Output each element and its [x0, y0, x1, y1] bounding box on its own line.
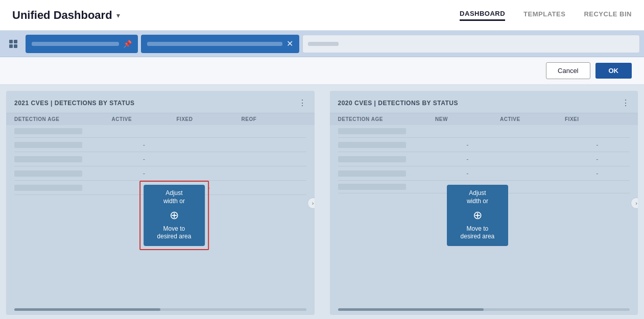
tab-templates[interactable]: TEMPLATES [523, 10, 565, 20]
pill2-bar [147, 42, 282, 46]
toolbar: 📌 ✕ [0, 31, 644, 57]
row-cell-dash: - [112, 155, 177, 163]
table-row: - - [338, 166, 630, 181]
scrollbar-thumb-right [338, 308, 484, 311]
ok-button[interactable]: OK [595, 63, 632, 79]
table-row: - - [338, 138, 630, 152]
panel-left-scrollbar [6, 305, 315, 315]
adjust-text-right2: Move todesired area [461, 225, 495, 241]
panel-right-menu-icon[interactable]: ⋮ [622, 98, 630, 108]
svg-rect-2 [9, 44, 13, 48]
row-cell [338, 184, 406, 190]
top-nav: Unified Dashboard ▾ DASHBOARD TEMPLATES … [0, 0, 644, 31]
row-cell [14, 185, 82, 191]
pin-icon: 📌 [123, 40, 132, 48]
cancel-button[interactable]: Cancel [546, 62, 590, 79]
col-reof-left: REOF [242, 116, 306, 122]
panel-left-menu-icon[interactable]: ⋮ [298, 98, 306, 108]
toolbar-search[interactable] [302, 35, 640, 53]
panel-left-table-body: - - - - [6, 125, 315, 305]
svg-rect-3 [14, 44, 17, 48]
tab-dashboard[interactable]: DASHBOARD [460, 10, 505, 21]
row-cell [14, 170, 82, 177]
col-active-right: ACTIVE [500, 116, 565, 122]
table-row [338, 125, 630, 138]
col-detection-age-right: DETECTION AGE [338, 116, 436, 122]
panel-divider [321, 85, 324, 319]
main-content: 2021 CVES | DETECTIONS BY STATUS ⋮ DETEC… [0, 85, 644, 319]
nav-right: DASHBOARD TEMPLATES RECYCLE BIN [460, 10, 632, 21]
table-row: - [14, 152, 306, 166]
nav-left: Unified Dashboard ▾ [12, 9, 120, 22]
adjust-widget-left[interactable]: Adjustwidth or ⊕ Move todesired area [144, 185, 205, 246]
row-cell-dash: - [565, 169, 630, 177]
row-cell [338, 170, 406, 177]
row-cell [14, 128, 82, 134]
table-row: - [14, 166, 306, 181]
table-row [14, 125, 306, 138]
panel-left-table-header: DETECTION AGE ACTIVE FIXED REOF [6, 113, 315, 125]
pill1-bar [32, 42, 119, 46]
panel-left-header: 2021 CVES | DETECTIONS BY STATUS ⋮ [6, 91, 315, 113]
panel-right-header: 2020 CVES | DETECTIONS BY STATUS ⋮ [330, 91, 638, 113]
row-cell-dash: - [565, 155, 630, 163]
row-cell [338, 128, 406, 134]
move-icon-left: ⊕ [170, 209, 179, 222]
adjust-text-right: Adjustwidth or [467, 189, 488, 205]
panel-right-title: 2020 CVES | DETECTIONS BY STATUS [338, 100, 458, 107]
toolbar-pill-2[interactable]: ✕ [141, 35, 299, 53]
row-cell-dash: - [112, 141, 177, 149]
panel-right-table-body: - - - - - - [330, 125, 638, 305]
col-fixed-right: FIXEI [565, 116, 630, 122]
adjust-text-left2: Move todesired area [157, 225, 192, 241]
panel-left: 2021 CVES | DETECTIONS BY STATUS ⋮ DETEC… [6, 91, 315, 315]
svg-rect-1 [14, 40, 17, 43]
panel-right: 2020 CVES | DETECTIONS BY STATUS ⋮ DETEC… [330, 91, 638, 315]
row-cell [338, 142, 406, 148]
col-fixed-left: FIXED [177, 116, 242, 122]
search-bar-placeholder [308, 42, 339, 46]
col-new-right: NEW [435, 116, 500, 122]
row-cell-dash: - [435, 155, 500, 163]
close-icon[interactable]: ✕ [287, 39, 293, 48]
panel-right-scrollbar [330, 305, 638, 315]
row-cell [14, 156, 82, 162]
move-icon-right: ⊕ [473, 209, 482, 222]
col-active-left: ACTIVE [112, 116, 177, 122]
table-row: - [14, 138, 306, 152]
app-title: Unified Dashboard [12, 9, 112, 22]
scrollbar-track-left[interactable] [14, 308, 306, 311]
tab-recycle-bin[interactable]: RECYCLE BIN [584, 10, 632, 20]
row-cell [338, 156, 406, 162]
dialog-row: Cancel OK [0, 57, 644, 85]
table-row: - - [338, 152, 630, 166]
scrollbar-thumb-left [14, 308, 160, 311]
scrollbar-track-right[interactable] [338, 308, 630, 311]
row-cell-dash: - [565, 141, 630, 149]
adjust-widget-left-container: Adjustwidth or ⊕ Move todesired area [139, 181, 209, 250]
adjust-text-left: Adjustwidth or [163, 189, 185, 205]
adjust-widget-right[interactable]: Adjustwidth or ⊕ Move todesired area [447, 185, 508, 246]
row-cell-dash: - [435, 141, 500, 149]
row-cell-dash: - [435, 169, 500, 177]
row-cell [14, 142, 82, 148]
adjust-widget-right-container: Adjustwidth or ⊕ Move todesired area [447, 185, 508, 246]
row-cell-dash: - [112, 169, 177, 177]
panel-right-table-header: DETECTION AGE NEW ACTIVE FIXEI [330, 113, 638, 125]
grid-icon[interactable] [4, 35, 22, 53]
dropdown-icon[interactable]: ▾ [116, 11, 120, 19]
panel-left-title: 2021 CVES | DETECTIONS BY STATUS [14, 100, 134, 107]
col-detection-age-left: DETECTION AGE [14, 116, 112, 122]
svg-rect-0 [9, 40, 13, 43]
toolbar-pill-1[interactable]: 📌 [26, 35, 138, 53]
